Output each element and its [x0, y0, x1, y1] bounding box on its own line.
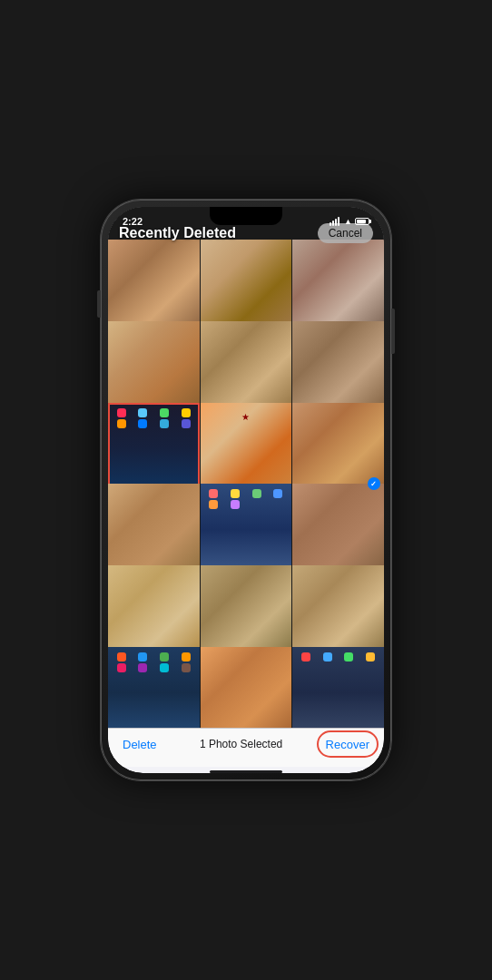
table-row[interactable]: 29 days — [201, 565, 292, 657]
table-row[interactable]: 29 days — [201, 240, 292, 331]
table-row[interactable]: 29 days — [292, 565, 384, 657]
ios-screenshot-icons3 — [108, 647, 200, 728]
table-row[interactable]: 29 days — [292, 484, 384, 575]
table-row[interactable]: 29 days — [108, 484, 200, 575]
photos-area: Recently Deleted Cancel 29 days 29 days — [108, 207, 384, 728]
ios-screenshot-icons2 — [201, 484, 292, 575]
photo-grid: 29 days 29 days 29 days 29 days 29 days — [108, 207, 384, 728]
table-row[interactable]: 29 days — [108, 321, 200, 413]
table-row[interactable]: 29 days — [108, 240, 200, 331]
screen: 2:22 ▲ — [108, 207, 384, 773]
selected-count: 1 Photo Selected — [200, 738, 282, 750]
table-row[interactable]: 29 days — [292, 240, 384, 331]
signal-icon — [330, 217, 339, 226]
battery-icon — [355, 218, 369, 225]
status-icons: ▲ — [330, 217, 369, 226]
table-row[interactable]: 29 days — [292, 647, 384, 728]
recover-button[interactable]: Recover — [326, 738, 369, 751]
notch — [210, 207, 282, 225]
table-row[interactable]: 29 days — [108, 565, 200, 657]
status-time: 2:22 — [123, 216, 143, 227]
wifi-icon: ▲ — [344, 217, 352, 226]
ios-screenshot-icons — [108, 403, 200, 495]
delete-button[interactable]: Delete — [123, 738, 157, 751]
table-row[interactable]: 29 days — [108, 403, 200, 495]
table-row[interactable]: 29 days — [201, 484, 292, 575]
table-row[interactable]: 29 days — [292, 321, 384, 413]
table-row[interactable]: ★ 29 days — [201, 403, 292, 495]
table-row[interactable] — [292, 403, 384, 495]
recover-button-wrapper: Recover — [326, 736, 369, 752]
ios-screenshot-icons4 — [292, 647, 384, 728]
phone-frame: 2:22 ▲ — [101, 200, 391, 780]
home-indicator — [210, 770, 282, 773]
table-row[interactable]: 29 days — [201, 647, 292, 728]
table-row[interactable] — [108, 647, 200, 728]
table-row[interactable]: 29 days — [201, 321, 292, 413]
bottom-toolbar: Delete 1 Photo Selected Recover — [108, 728, 384, 767]
